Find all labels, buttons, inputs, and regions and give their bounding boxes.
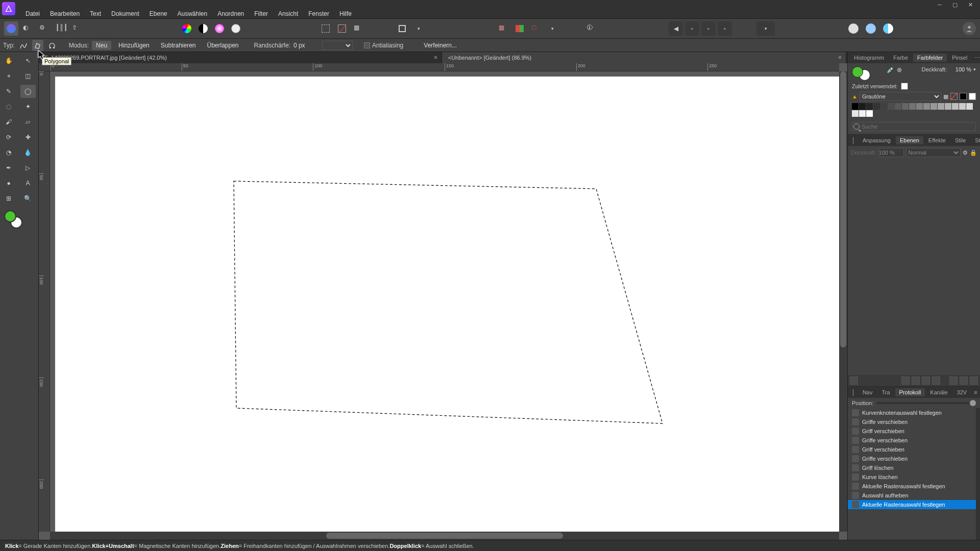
mode-intersect[interactable]: Überlappen — [203, 41, 243, 50]
menu-text[interactable]: Text — [85, 9, 106, 18]
marquee-dashed-icon[interactable] — [318, 21, 333, 36]
history-item[interactable]: Aktuelle Rasterauswahl festlegen — [848, 500, 976, 509]
pen-tool[interactable]: ✒ — [1, 161, 16, 174]
grid-icon[interactable]: ▦ — [496, 21, 510, 36]
tab-close-icon[interactable]: × — [434, 54, 437, 61]
live-filter-icon[interactable] — [932, 377, 940, 385]
color-picker[interactable] — [4, 210, 22, 229]
swatch-search-input[interactable] — [862, 123, 974, 130]
history-menu-icon[interactable]: ≡ — [972, 388, 979, 396]
horizontal-scrollbar[interactable] — [50, 532, 839, 540]
history-item[interactable]: Griff verschieben — [848, 427, 976, 436]
history-list[interactable]: Kurvenknotenauswahl festlegenGriffe vers… — [848, 408, 976, 540]
foreground-color[interactable] — [4, 210, 16, 222]
menu-ebene[interactable]: Ebene — [144, 9, 173, 18]
palette-black-icon[interactable] — [960, 93, 967, 100]
swatch[interactable] — [888, 103, 894, 110]
dodge-tool[interactable]: ◔ — [1, 146, 16, 159]
swatch[interactable] — [916, 103, 923, 110]
swatch-tab-2[interactable]: Farbfelder — [913, 54, 947, 62]
opacity-input[interactable] — [949, 66, 971, 72]
menu-auswählen[interactable]: Auswählen — [172, 9, 212, 18]
menu-datei[interactable]: Datei — [20, 9, 45, 18]
history-item[interactable]: Griff verschieben — [848, 445, 976, 454]
canvas[interactable] — [55, 77, 839, 532]
cloud-3-icon[interactable] — [881, 21, 895, 36]
swatch[interactable] — [859, 110, 866, 117]
menu-anordnen[interactable]: Anordnen — [212, 9, 249, 18]
panel-color-picker[interactable] — [852, 66, 870, 81]
horizontal-scroll-thumb[interactable] — [326, 533, 563, 539]
marquee-solid-icon[interactable] — [335, 21, 349, 36]
app-logo[interactable] — [2, 2, 15, 15]
mode-subtract[interactable]: Subtrahieren — [157, 41, 200, 50]
freehand-type-icon[interactable] — [18, 40, 29, 51]
magnetic-type-icon[interactable] — [46, 40, 58, 51]
refine-button[interactable]: Verfeinern... — [420, 41, 461, 50]
delete-layer-icon[interactable] — [970, 377, 978, 385]
palette-grid-icon[interactable]: ▦ — [943, 93, 948, 100]
zoom-tool[interactable]: 🔍 — [20, 192, 36, 205]
text-tool[interactable]: A — [20, 177, 36, 190]
palette-white-icon[interactable] — [969, 93, 976, 100]
swatch-tab-3[interactable]: Pinsel — [948, 54, 971, 62]
layer-tab-4[interactable]: Stock — [971, 136, 980, 144]
swatch[interactable] — [959, 103, 966, 110]
layer-gear-icon[interactable]: ⚙ — [963, 149, 968, 156]
history-scrollbar[interactable] — [976, 408, 980, 540]
nav-3-icon[interactable]: ▫ — [718, 21, 732, 36]
swatch[interactable] — [902, 103, 909, 110]
crop-dropdown-icon[interactable]: ▾ — [411, 21, 426, 36]
marquee-tool[interactable]: ◌ — [1, 100, 16, 113]
dropdown-icon[interactable]: ▾ — [756, 21, 775, 36]
swatch[interactable] — [880, 103, 887, 110]
swatch[interactable] — [895, 103, 901, 110]
layer-thumb-icon[interactable] — [850, 377, 858, 385]
hand-tool[interactable]: ✋ — [1, 54, 16, 67]
layer-tab-0[interactable]: Anpassung — [859, 136, 895, 144]
erase-tool[interactable]: ▱ — [20, 115, 36, 129]
lasso-tool[interactable]: ◯ — [20, 85, 36, 98]
layer-blend-select[interactable]: Normal — [906, 148, 961, 157]
vertical-scroll-thumb[interactable] — [840, 71, 846, 347]
grid-color-icon[interactable] — [512, 21, 527, 36]
history-item[interactable]: Kurvenknotenauswahl festlegen — [848, 408, 976, 417]
history-tab-1[interactable]: Tra — [877, 388, 894, 396]
menu-fenster[interactable]: Fenster — [303, 9, 334, 18]
menu-dokument[interactable]: Dokument — [106, 9, 144, 18]
nav-back-icon[interactable]: ◀ — [669, 21, 683, 36]
history-slider[interactable] — [876, 402, 976, 404]
history-tab-3[interactable]: Kanäle — [926, 388, 951, 396]
color-wheel-icon[interactable] — [180, 21, 194, 36]
export-persona[interactable]: ⇪ — [69, 21, 84, 36]
swatch[interactable] — [852, 110, 859, 117]
history-slider-knob[interactable] — [970, 400, 976, 406]
group-icon[interactable] — [949, 377, 958, 385]
move-tool[interactable]: ↖ — [20, 54, 36, 67]
opacity-dropdown-icon[interactable]: ▾ — [973, 67, 976, 72]
history-tab-4[interactable]: 32V — [953, 388, 971, 396]
user-avatar[interactable] — [963, 22, 976, 35]
layer-lock-icon[interactable]: 🔒 — [970, 149, 977, 156]
swatch-tab-0[interactable]: Histogramm — [850, 54, 888, 62]
maximize-button[interactable]: ▢ — [947, 0, 963, 9]
blur-tool[interactable]: 💧 — [20, 146, 36, 159]
vertical-scrollbar[interactable] — [839, 71, 847, 532]
quick-mask-icon[interactable]: ▦ — [351, 21, 365, 36]
adjustment-icon[interactable] — [912, 377, 920, 385]
info-icon[interactable]: 🛈 — [584, 21, 598, 36]
history-tab-2[interactable]: Protokoll — [895, 388, 925, 396]
color-picker-tool[interactable]: ⌖ — [1, 69, 16, 83]
crop-tool[interactable]: ◫ — [20, 69, 36, 83]
ruler-vertical[interactable]: 050100150200 — [39, 71, 50, 532]
menu-ansicht[interactable]: Ansicht — [273, 9, 303, 18]
mode-new[interactable]: Neu — [92, 41, 111, 50]
history-item[interactable]: Griffe verschieben — [848, 454, 976, 463]
nav-1-icon[interactable]: ▫ — [685, 21, 699, 36]
eyedropper-icon[interactable]: 💉 — [887, 66, 895, 74]
tab-close-icon[interactable]: × — [838, 54, 842, 61]
mask-icon[interactable] — [901, 377, 910, 385]
swatch[interactable] — [938, 103, 944, 110]
menu-bearbeiten[interactable]: Bearbeiten — [45, 9, 85, 18]
layer-opacity-input[interactable] — [878, 148, 904, 157]
